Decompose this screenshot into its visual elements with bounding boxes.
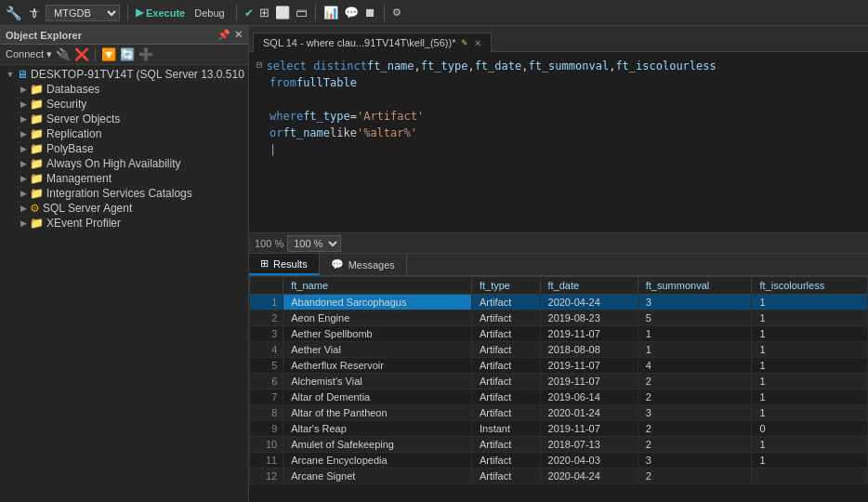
- table-cell[interactable]: Arcane Signet: [283, 469, 472, 484]
- oe-new-icon[interactable]: ➕: [138, 47, 153, 61]
- table-cell[interactable]: Aeon Engine: [283, 310, 472, 326]
- table-cell[interactable]: 2: [638, 437, 752, 453]
- database-selector[interactable]: MTGDBMTGDB: [46, 5, 120, 21]
- table-cell[interactable]: Artifact: [471, 469, 540, 484]
- table-cell[interactable]: Artifact: [471, 453, 540, 469]
- table-cell[interactable]: 1: [752, 310, 868, 326]
- server-objects-expander[interactable]: ▶: [17, 114, 30, 124]
- table-cell[interactable]: Artifact: [471, 310, 540, 326]
- table-cell[interactable]: Aether Spellbomb: [283, 326, 472, 342]
- table-cell[interactable]: Artifact: [471, 358, 540, 374]
- table-cell[interactable]: 2: [638, 469, 752, 484]
- oe-close-icon[interactable]: ✕: [234, 29, 243, 41]
- table-row[interactable]: 8Altar of the PantheonArtifact2020-01-24…: [250, 405, 868, 421]
- table-cell[interactable]: Aether Vial: [283, 342, 472, 358]
- table-row[interactable]: 4Aether VialArtifact2018-08-0811: [250, 342, 868, 358]
- table-cell[interactable]: Artifact: [471, 405, 540, 421]
- table-cell[interactable]: 1: [638, 342, 752, 358]
- tree-security[interactable]: ▶ 📁 Security: [0, 97, 248, 112]
- tree-always-on[interactable]: ▶ 📁 Always On High Availability: [0, 156, 248, 171]
- debug-button[interactable]: Debug: [191, 7, 228, 20]
- table-cell[interactable]: 1: [752, 326, 868, 342]
- table-cell[interactable]: 1: [752, 374, 868, 390]
- oe-toolbar-icon-1[interactable]: 🔌: [56, 47, 71, 61]
- tree-integration-services[interactable]: ▶ 📁 Integration Services Catalogs: [0, 186, 248, 201]
- table-row[interactable]: 2Aeon EngineArtifact2019-08-2351: [250, 310, 868, 326]
- table-cell[interactable]: 2018-08-08: [540, 342, 638, 358]
- table-cell[interactable]: 2019-11-07: [540, 326, 638, 342]
- table-cell[interactable]: 1: [752, 405, 868, 421]
- table-cell[interactable]: 2020-04-03: [540, 453, 638, 469]
- table-cell[interactable]: 2019-11-07: [540, 421, 638, 437]
- table-cell[interactable]: Artifact: [471, 437, 540, 453]
- table-cell[interactable]: 1: [752, 453, 868, 469]
- oe-toolbar-icon-2[interactable]: ❌: [74, 47, 89, 61]
- table-cell[interactable]: 2: [638, 374, 752, 390]
- tab-close-button[interactable]: ✕: [474, 38, 481, 48]
- table-cell[interactable]: 1: [752, 437, 868, 453]
- table-cell[interactable]: Altar's Reap: [283, 421, 472, 437]
- security-expander[interactable]: ▶: [17, 99, 30, 109]
- table-cell[interactable]: 2019-08-23: [540, 310, 638, 326]
- oe-filter-icon[interactable]: 🔽: [101, 47, 116, 61]
- tree-xevent[interactable]: ▶ 📁 XEvent Profiler: [0, 216, 248, 231]
- always-on-expander[interactable]: ▶: [17, 159, 30, 168]
- table-cell[interactable]: 1: [752, 342, 868, 358]
- table-cell[interactable]: 2019-11-07: [540, 358, 638, 374]
- execute-button[interactable]: ▶ Execute: [136, 7, 185, 19]
- table-cell[interactable]: Arcane Encyclopedia: [283, 453, 472, 469]
- tree-sql-agent[interactable]: ▶ ⚙ SQL Server Agent: [0, 201, 248, 216]
- table-cell[interactable]: 1: [752, 390, 868, 405]
- oe-refresh-icon[interactable]: 🔄: [120, 47, 135, 61]
- col-ft-name[interactable]: ft_name: [283, 277, 472, 295]
- tree-polybase[interactable]: ▶ 📁 PolyBase: [0, 141, 248, 156]
- table-cell[interactable]: Abandoned Sarcophagus: [283, 295, 472, 310]
- col-ft-summonval[interactable]: ft_summonval: [638, 277, 752, 295]
- connect-button[interactable]: Connect ▾: [6, 48, 52, 60]
- table-cell[interactable]: [752, 469, 868, 484]
- col-ft-type[interactable]: ft_type: [471, 277, 540, 295]
- table-cell[interactable]: 3: [638, 295, 752, 310]
- table-row[interactable]: 3Aether SpellbombArtifact2019-11-0711: [250, 326, 868, 342]
- table-cell[interactable]: 1: [752, 295, 868, 310]
- tree-management[interactable]: ▶ 📁 Management: [0, 171, 248, 186]
- xevent-expander[interactable]: ▶: [17, 218, 30, 228]
- table-cell[interactable]: Artifact: [471, 342, 540, 358]
- tree-server-objects[interactable]: ▶ 📁 Server Objects: [0, 112, 248, 126]
- table-row[interactable]: 5Aetherflux ReservoirArtifact2019-11-074…: [250, 358, 868, 374]
- table-cell[interactable]: 3: [638, 453, 752, 469]
- sql-agent-expander[interactable]: ▶: [17, 204, 30, 213]
- table-cell[interactable]: Artifact: [471, 326, 540, 342]
- polybase-expander[interactable]: ▶: [17, 144, 30, 153]
- table-cell[interactable]: Artifact: [471, 390, 540, 405]
- table-cell[interactable]: Artifact: [471, 295, 540, 310]
- table-cell[interactable]: Alchemist's Vial: [283, 374, 472, 390]
- zoom-selector[interactable]: 100 % 75 % 125 %: [287, 235, 341, 252]
- table-cell[interactable]: 2020-04-24: [540, 295, 638, 310]
- table-cell[interactable]: Altar of Dementia: [283, 390, 472, 405]
- table-row[interactable]: 6Alchemist's VialArtifact2019-11-0721: [250, 374, 868, 390]
- table-row[interactable]: 11Arcane EncyclopediaArtifact2020-04-033…: [250, 453, 868, 469]
- tree-server[interactable]: ▼ 🖥 DESKTOP-91TV14T (SQL Server 13.0.510: [0, 67, 248, 82]
- table-row[interactable]: 12Arcane SignetArtifact2020-04-242: [250, 469, 868, 484]
- table-cell[interactable]: Altar of the Pantheon: [283, 405, 472, 421]
- table-cell[interactable]: 2: [638, 421, 752, 437]
- integration-services-expander[interactable]: ▶: [17, 189, 30, 198]
- table-cell[interactable]: 1: [752, 358, 868, 374]
- tree-databases[interactable]: ▶ 📁 Databases: [0, 82, 248, 97]
- table-cell[interactable]: 4: [638, 358, 752, 374]
- tree-replication[interactable]: ▶ 📁 Replication: [0, 126, 248, 141]
- results-tab-results[interactable]: ⊞ Results: [249, 254, 320, 275]
- table-cell[interactable]: 3: [638, 405, 752, 421]
- management-expander[interactable]: ▶: [17, 174, 30, 183]
- table-cell[interactable]: 2019-11-07: [540, 374, 638, 390]
- oe-pin-icon[interactable]: 📌: [217, 29, 230, 41]
- table-row[interactable]: 1Abandoned SarcophagusArtifact2020-04-24…: [250, 295, 868, 310]
- table-cell[interactable]: 1: [638, 326, 752, 342]
- table-cell[interactable]: 2020-04-24: [540, 469, 638, 484]
- results-tab-messages[interactable]: 💬 Messages: [320, 254, 407, 275]
- col-ft-iscolourless[interactable]: ft_iscolourless: [752, 277, 868, 295]
- table-cell[interactable]: 2019-06-14: [540, 390, 638, 405]
- table-cell[interactable]: 2018-07-13: [540, 437, 638, 453]
- table-row[interactable]: 10Amulet of SafekeepingArtifact2018-07-1…: [250, 437, 868, 453]
